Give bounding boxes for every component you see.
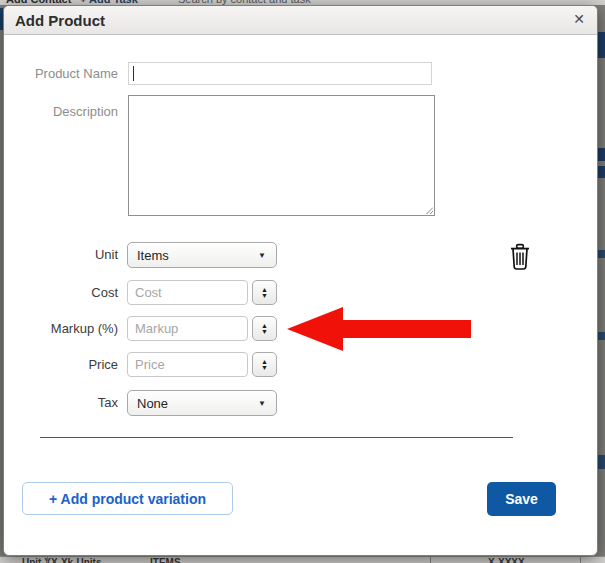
description-textarea[interactable] (128, 95, 435, 216)
annotation-arrow-head (287, 307, 343, 351)
spinner-down-icon[interactable]: ▼ (261, 293, 268, 299)
unit-select[interactable]: Items ▼ (127, 242, 277, 268)
price-stepper[interactable]: ▲ ▼ (252, 352, 277, 377)
description-label: Description (4, 102, 118, 122)
background-fragment (598, 250, 605, 258)
background-cell: X-XXXX (488, 557, 525, 563)
trash-icon[interactable] (508, 243, 532, 271)
background-fragment (598, 148, 605, 161)
product-name-label: Product Name (4, 62, 118, 85)
cost-input[interactable] (127, 280, 248, 305)
spinner-down-icon[interactable]: ▼ (261, 329, 268, 335)
background-fragment (598, 166, 605, 178)
unit-label: Unit (4, 242, 118, 268)
chevron-down-icon: ▼ (258, 399, 266, 408)
modal-title: Add Product (15, 12, 105, 29)
background-table-row: Unit XX-Xk-Units ITEMS X-XXXX (0, 556, 605, 563)
product-name-input[interactable] (128, 62, 432, 85)
markup-label: Markup (%) (4, 316, 118, 341)
background-fragment (598, 455, 605, 469)
background-column-divider (580, 557, 581, 563)
footer-divider (40, 437, 513, 438)
screen: Add Contact + Add Task Search by contact… (0, 0, 605, 563)
background-column-divider (430, 557, 431, 563)
cost-label: Cost (4, 280, 118, 305)
add-product-modal: Add Product ✕ Product Name Description U… (3, 5, 598, 556)
price-label: Price (4, 352, 118, 377)
resize-handle-icon[interactable] (423, 204, 433, 214)
markup-stepper[interactable]: ▲ ▼ (252, 316, 277, 341)
price-input[interactable] (127, 352, 248, 377)
background-cell: Unit XX-Xk-Units (22, 557, 101, 563)
background-cell: ITEMS (150, 557, 181, 563)
annotation-arrow-shaft (341, 320, 471, 338)
background-column-divider (47, 557, 48, 563)
add-product-variation-button[interactable]: + Add product variation (22, 482, 233, 515)
text-caret (133, 66, 134, 81)
background-fragment (598, 332, 605, 340)
close-icon[interactable]: ✕ (573, 11, 585, 27)
tax-select-value: None (137, 396, 168, 411)
modal-header: Add Product ✕ (4, 6, 597, 35)
unit-select-value: Items (137, 248, 169, 263)
background-fragment (598, 32, 605, 58)
modal-body: Product Name Description Unit Items ▼ (4, 36, 597, 555)
spinner-down-icon[interactable]: ▼ (261, 365, 268, 371)
tax-label: Tax (4, 390, 118, 416)
cost-stepper[interactable]: ▲ ▼ (252, 280, 277, 305)
tax-select[interactable]: None ▼ (127, 390, 277, 416)
chevron-down-icon: ▼ (258, 251, 266, 260)
save-button[interactable]: Save (487, 482, 556, 516)
markup-input[interactable] (127, 316, 248, 341)
